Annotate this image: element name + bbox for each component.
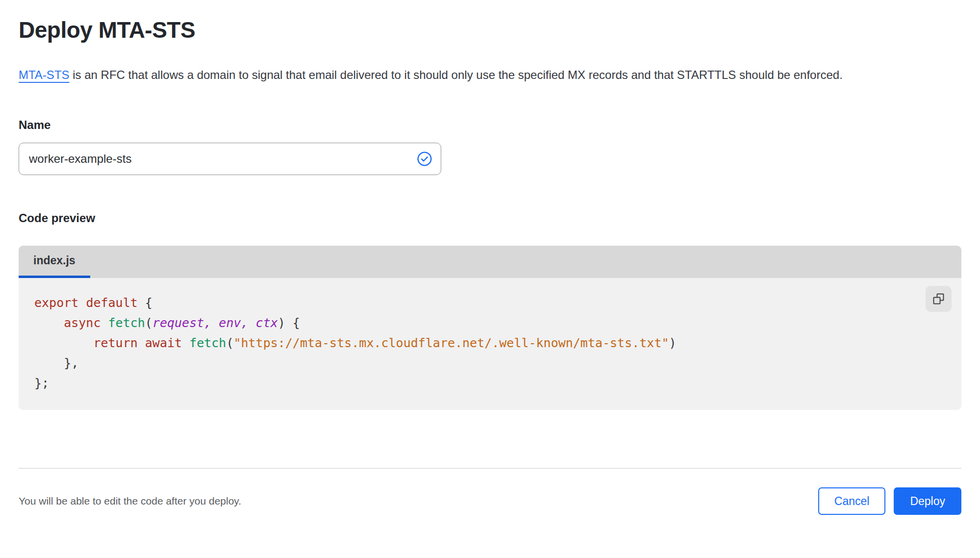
check-circle-icon: [417, 151, 432, 167]
footer-note: You will be able to edit the code after …: [19, 495, 241, 507]
cancel-button[interactable]: Cancel: [818, 487, 886, 515]
name-input-wrap: [19, 143, 441, 175]
code-preview-label: Code preview: [19, 211, 961, 225]
name-input[interactable]: [19, 143, 441, 175]
code-line: export default {: [34, 293, 922, 313]
code-line: async fetch(request, env, ctx) {: [34, 313, 922, 333]
mta-sts-link[interactable]: MTA-STS: [19, 68, 70, 81]
code-area: export default { async fetch(request, en…: [19, 278, 961, 410]
code-line: return await fetch("https://mta-sts.mx.c…: [34, 333, 922, 353]
code-tab-bar: index.js: [19, 246, 961, 278]
copy-icon: [932, 292, 945, 305]
deploy-mta-sts-page: Deploy MTA-STS MTA-STS is an RFC that al…: [0, 0, 980, 558]
code-line: },: [34, 353, 922, 373]
code-preview-block: index.js export default { async fetch(re…: [19, 246, 961, 410]
page-title: Deploy MTA-STS: [19, 17, 961, 43]
copy-button[interactable]: [926, 286, 952, 312]
description: MTA-STS is an RFC that allows a domain t…: [19, 64, 953, 86]
tab-index-js[interactable]: index.js: [19, 246, 90, 278]
code-line: };: [34, 373, 922, 393]
footer-actions: Cancel Deploy: [818, 487, 961, 515]
deploy-button[interactable]: Deploy: [894, 487, 961, 515]
code-lines: export default { async fetch(request, en…: [34, 293, 922, 393]
description-text: is an RFC that allows a domain to signal…: [70, 68, 843, 81]
footer: You will be able to edit the code after …: [19, 469, 961, 515]
name-label: Name: [19, 118, 961, 132]
